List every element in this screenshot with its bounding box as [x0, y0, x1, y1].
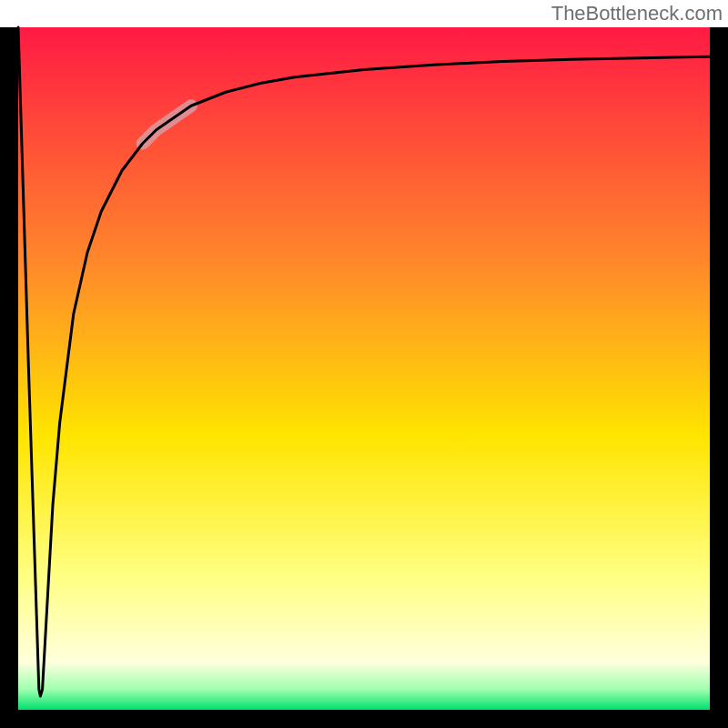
chart-canvas	[0, 0, 728, 728]
axis-right	[710, 27, 728, 728]
axis-left	[0, 27, 18, 728]
attribution-watermark: TheBottleneck.com	[551, 2, 723, 25]
plot-background	[18, 27, 710, 710]
chart-root: TheBottleneck.com	[0, 0, 728, 728]
axis-bottom	[0, 710, 728, 728]
